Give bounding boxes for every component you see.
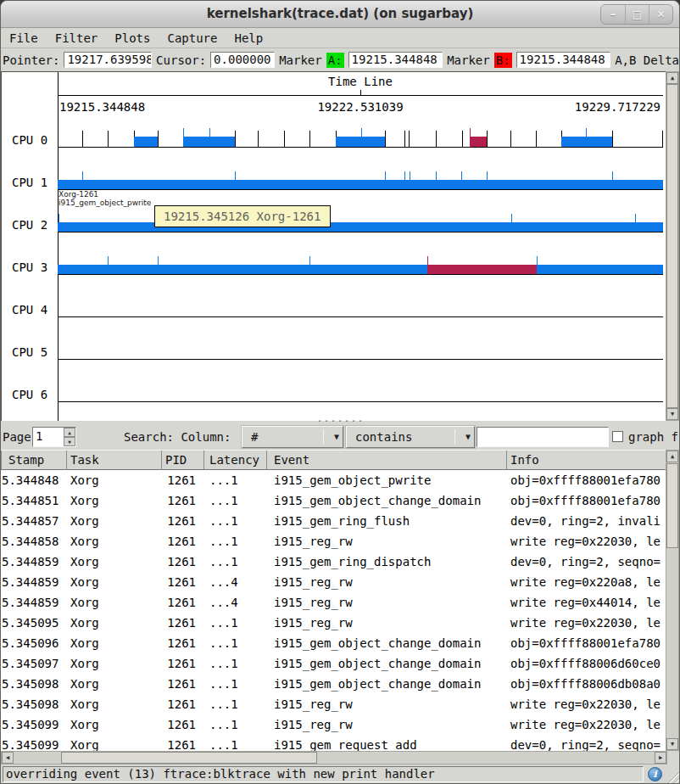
close-button[interactable]: ✕: [649, 5, 672, 24]
task-bar-full[interactable]: [58, 222, 663, 232]
table-row[interactable]: 5.345098Xorg1261...1i915_gem_object_chan…: [1, 674, 667, 694]
info-icon[interactable]: i: [648, 767, 662, 781]
menu-bar: FileFilterPlotsCaptureHelp: [1, 28, 679, 48]
cell-info: write reg=0x220a8, le: [507, 572, 667, 592]
hscroll-thumb[interactable]: [61, 752, 317, 764]
task-bar-red[interactable]: [427, 265, 538, 274]
cell-latency: ...1: [204, 490, 267, 511]
minimize-button[interactable]: –: [601, 5, 625, 24]
title-bar[interactable]: kernelshark(trace.dat) (on sugarbay) – □…: [1, 1, 679, 28]
cell-stamp: 5.344857: [1, 511, 67, 531]
table-scroll-thumb[interactable]: [666, 463, 678, 548]
task-bar-blue[interactable]: [134, 137, 158, 147]
cell-latency: ...4: [204, 572, 267, 592]
table-row[interactable]: 5.344859Xorg1261...1i915_gem_ring_dispat…: [1, 552, 667, 572]
task-tick-blue: [487, 171, 488, 180]
column-header-task[interactable]: Task: [67, 451, 162, 469]
cpu-baseline: [58, 316, 663, 317]
event-table[interactable]: 5.344848Xorg1261...1i915_gem_object_pwri…: [1, 470, 667, 751]
cpu-row-4[interactable]: [58, 283, 663, 317]
chevron-down-icon: ▼: [465, 432, 471, 441]
marker-a-value: 19215.344848: [348, 52, 443, 68]
menu-item-file[interactable]: File: [1, 30, 47, 47]
scroll-right-button[interactable]: ▶: [655, 752, 666, 764]
graph-scroll-up-button[interactable]: ▲: [666, 72, 678, 84]
cell-info: write reg=0x44014, le: [507, 592, 667, 613]
pointer-value: 19217.639598: [64, 52, 152, 68]
cpu-row-5[interactable]: [58, 326, 663, 360]
window-buttons: – □ ✕: [600, 4, 673, 25]
page-spinbox[interactable]: 1 ▲ ▼: [32, 427, 76, 447]
table-row[interactable]: 5.345098Xorg1261...1i915_reg_rwwrite reg…: [1, 694, 667, 714]
table-row[interactable]: 5.345099Xorg1261...1i915_gem_request_add…: [1, 735, 667, 751]
menu-item-filter[interactable]: Filter: [47, 30, 107, 47]
table-row[interactable]: 5.345096Xorg1261...1i915_gem_object_chan…: [1, 633, 667, 653]
resize-grip[interactable]: [666, 770, 679, 783]
search-input[interactable]: [477, 427, 609, 447]
arrow-left-icon: ◀: [6, 754, 9, 761]
cpu-row-1[interactable]: [58, 156, 663, 190]
cell-latency: ...1: [204, 613, 267, 633]
task-bar-red[interactable]: [470, 137, 487, 147]
cpu-label-2: CPU 2: [12, 218, 47, 232]
menu-item-plots[interactable]: Plots: [106, 30, 159, 47]
task-bar-full[interactable]: [58, 265, 663, 274]
cell-task: Xorg: [67, 735, 162, 751]
timeline-graph[interactable]: Time Line 19215.344848 19222.531039 1922…: [1, 71, 680, 421]
menu-item-capture[interactable]: Capture: [159, 30, 226, 47]
task-bar-blue[interactable]: [561, 137, 612, 147]
cell-latency: ...1: [204, 714, 267, 735]
task-bar-blue[interactable]: [183, 137, 235, 147]
column-select[interactable]: # ▼: [242, 426, 343, 448]
task-tick-blue: [59, 214, 59, 222]
cell-stamp: 5.345095: [1, 613, 67, 633]
graph-scroll-down-button[interactable]: ▼: [666, 408, 678, 420]
cpu-row-3[interactable]: [58, 241, 663, 275]
cpu-row-0[interactable]: [58, 114, 663, 148]
task-tick-red: [427, 256, 428, 265]
table-row[interactable]: 5.345095Xorg1261...1i915_reg_rwwrite reg…: [1, 613, 667, 633]
table-row[interactable]: 5.344857Xorg1261...1i915_gem_ring_flushd…: [1, 511, 667, 531]
task-bar-full[interactable]: [58, 180, 663, 189]
graph-follows-checkbox[interactable]: [612, 431, 623, 442]
scroll-left-button[interactable]: ◀: [2, 752, 14, 764]
table-vertical-scrollbar[interactable]: ▲ ▼: [666, 450, 679, 751]
page-spin-down-button[interactable]: ▼: [64, 437, 75, 446]
table-row[interactable]: 5.344859Xorg1261...4i915_reg_rwwrite reg…: [1, 572, 667, 592]
task-bar-blue[interactable]: [336, 137, 386, 147]
table-row[interactable]: 5.344858Xorg1261...1i915_reg_rwwrite reg…: [1, 531, 667, 552]
column-header-info[interactable]: Info: [507, 451, 667, 469]
column-header-stamp[interactable]: Stamp: [1, 451, 67, 469]
cell-info: write reg=0x22030, le: [507, 613, 667, 633]
column-header-pid[interactable]: PID: [162, 451, 204, 469]
match-select[interactable]: contains ▼: [346, 426, 475, 448]
event-tick: [58, 131, 59, 147]
page-spin-up-button[interactable]: ▲: [64, 428, 75, 437]
table-horizontal-scrollbar[interactable]: ◀ ▶: [1, 751, 667, 764]
table-row[interactable]: 5.344851Xorg1261...1i915_gem_object_chan…: [1, 490, 667, 511]
graph-scroll-thumb[interactable]: [666, 84, 678, 408]
table-row[interactable]: 5.345097Xorg1261...1i915_gem_object_chan…: [1, 653, 667, 674]
close-icon: ✕: [656, 8, 665, 20]
axis-mid-tick: [360, 90, 361, 95]
menu-item-help[interactable]: Help: [226, 30, 271, 47]
table-row[interactable]: 5.344848Xorg1261...1i915_gem_object_pwri…: [1, 470, 667, 490]
table-row[interactable]: 5.345099Xorg1261...1i915_reg_rwwrite reg…: [1, 714, 667, 735]
cell-pid: 1261: [162, 694, 204, 714]
task-tick-blue: [309, 256, 310, 265]
cell-info: obj=0xffff88001efa780: [507, 633, 667, 653]
cell-event: i915_gem_ring_flush: [267, 511, 507, 531]
table-scroll-down-button[interactable]: ▼: [666, 738, 678, 750]
table-scroll-up-button[interactable]: ▲: [666, 451, 678, 462]
cell-event: i915_gem_object_change_domain: [267, 633, 507, 653]
graph-title: Time Line: [58, 75, 663, 88]
cell-stamp: 5.344859: [1, 552, 67, 572]
cell-task: Xorg: [67, 694, 162, 714]
table-row[interactable]: 5.344859Xorg1261...4i915_reg_rwwrite reg…: [1, 592, 667, 613]
graph-vertical-scrollbar[interactable]: ▲ ▼: [666, 71, 679, 421]
maximize-button[interactable]: □: [625, 5, 649, 24]
cpu-baseline: [58, 189, 663, 190]
cpu-row-6[interactable]: [58, 368, 663, 402]
column-header-event[interactable]: Event: [267, 451, 507, 469]
column-header-latency[interactable]: Latency: [204, 451, 267, 469]
